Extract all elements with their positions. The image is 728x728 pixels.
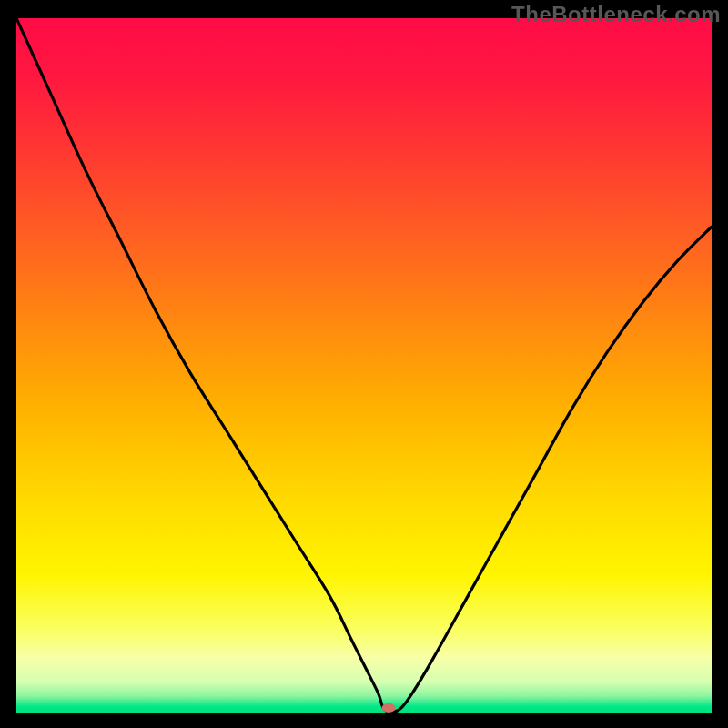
optimal-marker	[381, 703, 395, 713]
plot-area	[16, 18, 712, 713]
watermark-text: TheBottleneck.com	[511, 2, 721, 27]
chart-frame: TheBottleneck.com	[0, 0, 728, 728]
bottleneck-curve	[16, 18, 712, 713]
